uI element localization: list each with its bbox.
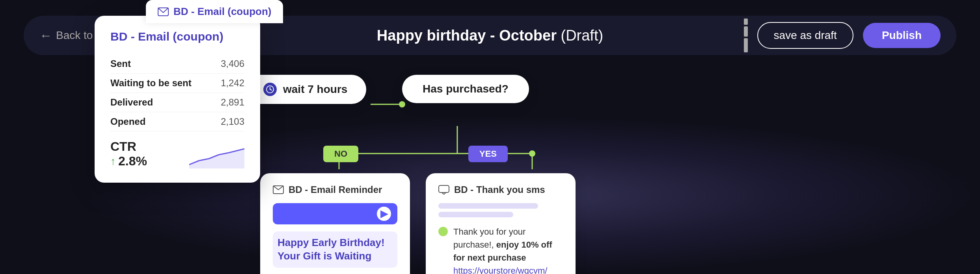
sent-label: Sent (110, 58, 131, 69)
stats-row-delivered: Delivered 2,891 (110, 93, 244, 112)
save-draft-button[interactable]: save as draft (757, 22, 853, 49)
delivered-value: 2,891 (221, 97, 244, 108)
title-status: (Draft) (561, 27, 603, 44)
svg-rect-16 (439, 185, 449, 193)
reminder-preview-text: Happy Early Birthday! Your Gift is Waiti… (273, 231, 397, 268)
send-arrow-icon: ▶ (377, 207, 391, 221)
ctr-section: CTR ↑ 2.8% (110, 139, 244, 168)
mini-chart (189, 145, 244, 168)
page-title: Happy birthday - October (Draft) (377, 27, 603, 44)
ctr-number: 2.8% (118, 154, 147, 168)
sms-line-2 (438, 212, 513, 217)
stats-card: BD - Email (coupon) Sent 3,406 Waiting t… (95, 16, 260, 183)
back-arrow-icon: ← (39, 28, 52, 43)
purchased-node[interactable]: Has purchased? (402, 75, 529, 103)
svg-point-11 (529, 150, 535, 157)
sent-value: 3,406 (221, 58, 244, 69)
ctr-value: ↑ 2.8% (110, 154, 147, 168)
stats-row-sent: Sent 3,406 (110, 54, 244, 74)
bar3 (744, 38, 748, 52)
svg-line-14 (270, 89, 272, 90)
yes-badge: YES (468, 146, 508, 162)
sms-content: Thank you for your purchase!, enjoy 10% … (438, 225, 563, 274)
email-tab[interactable]: BD - Email (coupon) (146, 0, 283, 23)
sms-lines (438, 203, 563, 217)
email-tab-container: BD - Email (coupon) (146, 0, 283, 23)
thankyou-card[interactable]: BD - Thank you sms Thank you for your pu… (426, 173, 576, 274)
analytics-icon[interactable] (744, 19, 748, 52)
bar1 (744, 19, 748, 25)
sms-link: https://yourstore/wqcvm/ (453, 266, 547, 274)
clock-icon (263, 83, 277, 96)
bar2 (744, 26, 748, 37)
reminder-email-icon (273, 185, 284, 194)
ctr-label: CTR (110, 139, 147, 154)
sms-message: Thank you for your purchase!, enjoy 10% … (453, 225, 563, 274)
waiting-label: Waiting to be sent (110, 78, 192, 89)
wait-node[interactable]: wait 7 hours (244, 75, 366, 104)
wait-node-label: wait 7 hours (283, 83, 347, 96)
ctr-info: CTR ↑ 2.8% (110, 139, 147, 168)
sms-status-dot (438, 227, 448, 236)
nav-actions: save as draft Publish (744, 19, 941, 52)
delivered-label: Delivered (110, 97, 153, 108)
stats-row-waiting: Waiting to be sent 1,242 (110, 74, 244, 93)
publish-button[interactable]: Publish (863, 23, 941, 48)
ctr-up-arrow: ↑ (110, 155, 116, 168)
stats-card-title: BD - Email (coupon) (110, 30, 244, 43)
no-badge: NO (323, 146, 358, 162)
title-main: Happy birthday - October (377, 27, 557, 44)
reminder-card-title: BD - Email Reminder (289, 184, 382, 195)
email-tab-label: BD - Email (coupon) (173, 6, 271, 18)
opened-label: Opened (110, 116, 145, 127)
thankyou-card-title: BD - Thank you sms (454, 184, 545, 195)
svg-point-4 (399, 101, 405, 107)
opened-value: 2,103 (221, 116, 244, 127)
sms-line-1 (438, 203, 538, 209)
purchased-label: Has purchased? (423, 83, 509, 95)
email-tab-icon (158, 7, 169, 16)
reminder-send-bar: ▶ (273, 203, 397, 224)
reminder-card[interactable]: BD - Email Reminder ▶ Happy Early Birthd… (260, 173, 410, 274)
waiting-value: 1,242 (221, 78, 244, 89)
reminder-card-header: BD - Email Reminder (273, 184, 397, 195)
sms-icon (438, 185, 449, 194)
thankyou-card-header: BD - Thank you sms (438, 184, 563, 195)
stats-row-opened: Opened 2,103 (110, 112, 244, 131)
